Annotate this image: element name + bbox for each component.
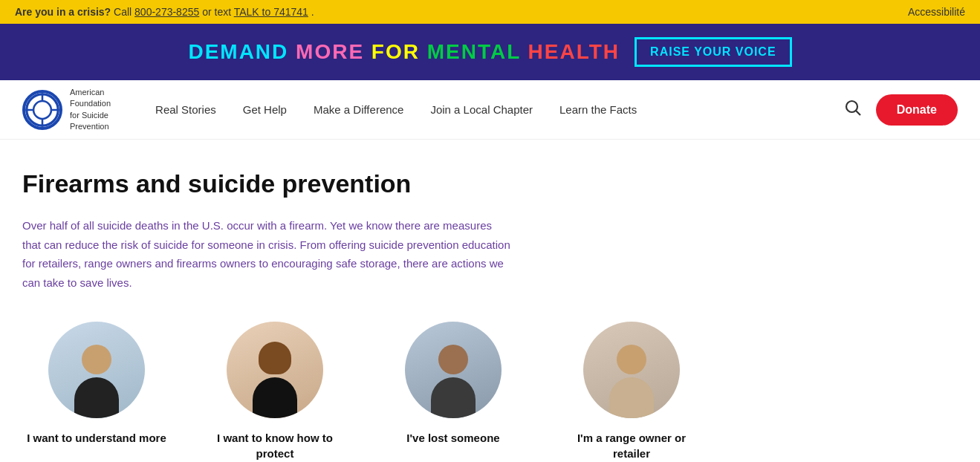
banner-for: FOR [371,40,420,63]
nav-learn-facts[interactable]: Learn the Facts [559,103,637,116]
card-lost-someone[interactable]: I've lost someone [379,322,528,461]
banner-health: HEALTH [528,40,620,63]
card-avatar-4 [583,322,680,418]
nav-right: Donate [845,94,958,126]
crisis-text-link[interactable]: TALK to 741741 [234,6,308,18]
search-button[interactable] [845,100,861,120]
card-avatar-1 [48,322,145,418]
card-label-4: I'm a range owner or retailer [557,430,706,461]
card-label-1: I want to understand more [27,430,166,446]
donate-button[interactable]: Donate [876,94,958,126]
banner-cta-button[interactable]: RAISE YOUR VOICE [635,37,792,67]
nav-make-difference[interactable]: Make a Difference [314,103,403,116]
logo[interactable]: American Foundation for Suicide Preventi… [22,87,111,133]
cards-row: I want to understand more I want to know… [22,322,869,462]
main-nav: American Foundation for Suicide Preventi… [0,80,980,140]
nav-links: Real Stories Get Help Make a Difference … [155,103,845,116]
crisis-bar: Are you in a crisis? Call 800-273-8255 o… [0,0,980,24]
svg-line-7 [856,111,860,115]
crisis-phone-link[interactable]: 800-273-8255 [134,6,199,18]
card-label-2: I want to know how to protect [201,430,349,461]
page-description: Over half of all suicide deaths in the U… [22,216,513,292]
crisis-message: Are you in a crisis? Call 800-273-8255 o… [15,6,314,18]
nav-join-local-chapter[interactable]: Join a Local Chapter [430,103,533,116]
card-avatar-3 [405,322,502,418]
card-understand[interactable]: I want to understand more [22,322,171,461]
svg-point-6 [846,101,857,112]
card-avatar-2 [227,322,323,418]
logo-text: American Foundation for Suicide Preventi… [70,87,111,133]
banner-demand: DEMAND [188,40,288,63]
banner-more: MORE [296,40,364,63]
banner-text: DEMAND MORE FOR MENTAL HEALTH [188,40,620,64]
svg-point-1 [33,101,51,119]
awareness-banner: DEMAND MORE FOR MENTAL HEALTH RAISE YOUR… [0,24,980,80]
page-title: Firearms and suicide prevention [22,169,869,198]
main-content: Firearms and suicide prevention Over hal… [0,140,892,462]
banner-mental: MENTAL [427,40,521,63]
logo-icon [22,90,62,130]
card-protect[interactable]: I want to know how to protect [201,322,349,461]
card-range-owner[interactable]: I'm a range owner or retailer [557,322,706,461]
nav-real-stories[interactable]: Real Stories [155,103,216,116]
card-label-3: I've lost someone [406,430,499,446]
accessibility-link[interactable]: Accessibilité [908,6,965,18]
nav-get-help[interactable]: Get Help [243,103,287,116]
